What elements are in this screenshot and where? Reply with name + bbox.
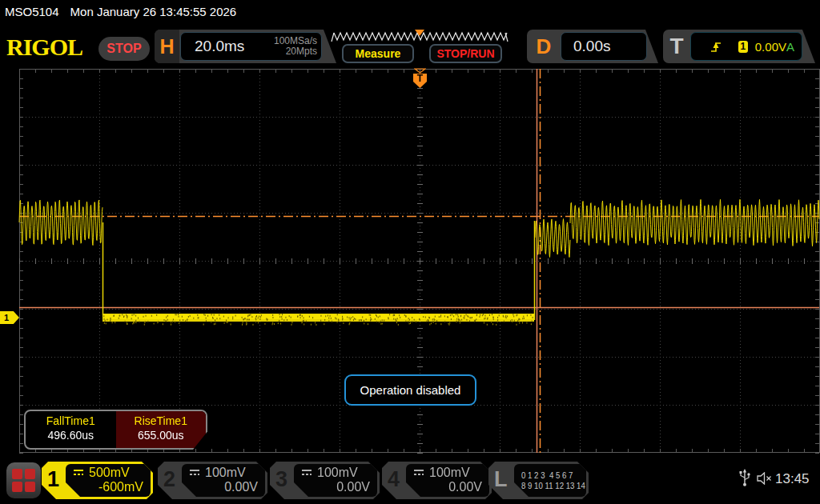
- rigol-logo: RIGOL: [6, 34, 82, 61]
- function-menu-button[interactable]: [6, 462, 41, 498]
- rising-edge-icon: [710, 41, 721, 53]
- measurement-risetime[interactable]: RiseTime1 655.00us: [116, 411, 207, 448]
- delay-label: D: [527, 30, 561, 63]
- measurement-panel: FallTime1 496.60us RiseTime1 655.00us: [24, 410, 207, 450]
- title-bar: MSO5104 Mon January 26 13:45:55 2026: [5, 5, 236, 18]
- channel-offset: 0.00V: [182, 480, 265, 494]
- channel-offset: 0.00V: [294, 480, 377, 494]
- trigger-position-tip-icon: [414, 68, 426, 74]
- logic-label: L: [494, 467, 508, 492]
- channel-scale: 100mV: [317, 466, 358, 480]
- channel-1-tab[interactable]: 1 500mV -600mV: [42, 462, 153, 499]
- waveform-overview-strip[interactable]: [331, 29, 508, 43]
- model-name: MSO5104: [5, 5, 59, 18]
- delay-panel[interactable]: D 0.00s: [527, 30, 658, 63]
- sample-rate: 100MSa/s: [274, 35, 317, 46]
- horizontal-label: H: [155, 30, 179, 63]
- timebase-value[interactable]: 20.0ms: [195, 38, 244, 55]
- clock-time: 13:45: [775, 471, 810, 487]
- dc-coupling-icon: [189, 470, 201, 477]
- channel-number: 1: [47, 467, 59, 492]
- channel-3-tab[interactable]: 3 100mV 0.00V: [270, 462, 380, 499]
- datetime: Mon January 26 13:45:55 2026: [70, 5, 237, 18]
- dc-coupling-icon: [413, 470, 425, 477]
- trigger-source-badge: 1: [738, 41, 748, 53]
- measurement-value: 655.00us: [116, 429, 207, 442]
- channel-number: 2: [163, 467, 175, 492]
- channel-4-tab[interactable]: 4 100mV 0.00V: [382, 462, 492, 499]
- logic-row-1: 0 1 2 3 4 5 6 7: [521, 470, 581, 481]
- dc-coupling-icon: [73, 470, 85, 477]
- channel-scale: 500mV: [89, 466, 130, 480]
- channel-offset: -600mV: [66, 480, 151, 494]
- grid-menu-icon: [12, 469, 35, 492]
- memory-depth: 20Mpts: [286, 46, 317, 57]
- logic-channels-tab[interactable]: L 0 1 2 3 4 5 6 7 8 9 10 11 12 13 14 15: [488, 462, 589, 499]
- trigger-mode-auto: A: [786, 40, 794, 54]
- measurement-name: FallTime1: [26, 414, 116, 427]
- trigger-level-value[interactable]: 0.00V: [755, 40, 786, 54]
- channel-offset: 0.00V: [406, 480, 489, 494]
- speaker-muted-icon: [756, 472, 773, 485]
- overview-zigzag-icon: [331, 29, 508, 43]
- delay-value[interactable]: 0.00s: [573, 38, 610, 55]
- channel-number: 4: [388, 467, 400, 492]
- acquisition-info: 100MSa/s 20Mpts: [274, 36, 317, 57]
- measurement-falltime[interactable]: FallTime1 496.60us: [26, 411, 116, 448]
- run-state-badge: STOP: [98, 37, 150, 61]
- channel-scale: 100mV: [205, 466, 246, 480]
- usb-icon: [738, 468, 751, 487]
- horizontal-panel[interactable]: H 20.0ms 100MSa/s 20Mpts: [155, 30, 336, 63]
- stop-run-button[interactable]: STOP/RUN: [429, 44, 502, 63]
- channel-scale: 100mV: [429, 466, 470, 480]
- dc-coupling-icon: [301, 470, 313, 477]
- measurement-name: RiseTime1: [116, 414, 207, 427]
- channel-number: 3: [275, 467, 287, 492]
- trigger-label: T: [663, 30, 690, 63]
- logic-row-2: 8 9 10 11 12 13 14 15: [521, 481, 581, 491]
- measurement-value: 496.60us: [26, 429, 116, 442]
- operation-disabled-toast: Operation disabled: [344, 374, 476, 406]
- measure-button[interactable]: Measure: [342, 44, 414, 63]
- channel-2-tab[interactable]: 2 100mV 0.00V: [158, 462, 267, 499]
- trigger-panel[interactable]: T 1 0.00V A: [663, 30, 815, 63]
